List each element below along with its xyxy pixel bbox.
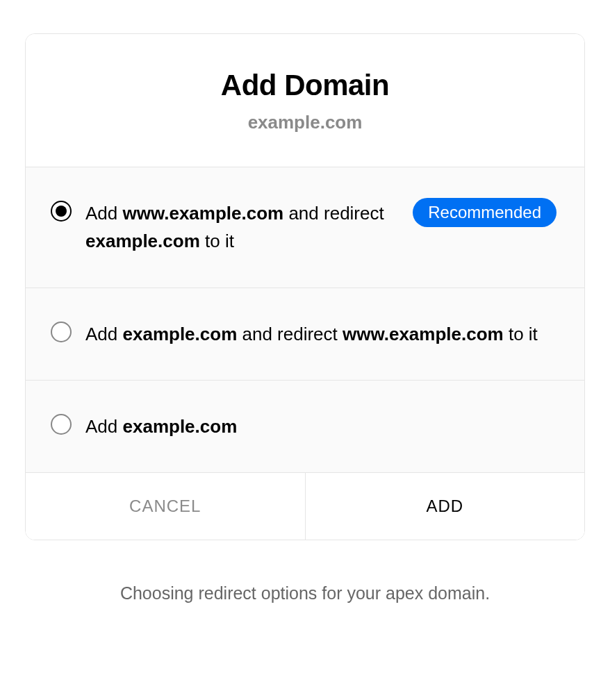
- radio-icon[interactable]: [51, 414, 72, 435]
- option-www-redirect-apex[interactable]: Add www.example.com and redirect example…: [26, 167, 584, 288]
- radio-icon[interactable]: [51, 201, 72, 222]
- option-apex-only[interactable]: Add example.com: [26, 380, 584, 472]
- cancel-button[interactable]: CANCEL: [26, 473, 306, 540]
- radio-icon[interactable]: [51, 322, 72, 342]
- option-body: Add example.com: [85, 412, 557, 440]
- option-label: Add example.com and redirect www.example…: [85, 320, 538, 348]
- dialog-header: Add Domain example.com: [26, 34, 584, 167]
- add-button[interactable]: ADD: [306, 473, 585, 540]
- recommended-badge: Recommended: [413, 198, 557, 227]
- option-label: Add example.com: [85, 412, 237, 440]
- option-body: Add example.com and redirect www.example…: [85, 320, 557, 348]
- option-body: Add www.example.com and redirect example…: [85, 199, 557, 256]
- dialog-footer: CANCEL ADD: [26, 472, 584, 540]
- option-apex-redirect-www[interactable]: Add example.com and redirect www.example…: [26, 288, 584, 380]
- dialog-subtitle: example.com: [53, 112, 557, 133]
- option-label: Add www.example.com and redirect example…: [85, 199, 399, 256]
- add-domain-dialog: Add Domain example.com Add www.example.c…: [25, 33, 585, 540]
- dialog-title: Add Domain: [53, 69, 557, 102]
- caption-text: Choosing redirect options for your apex …: [25, 583, 585, 603]
